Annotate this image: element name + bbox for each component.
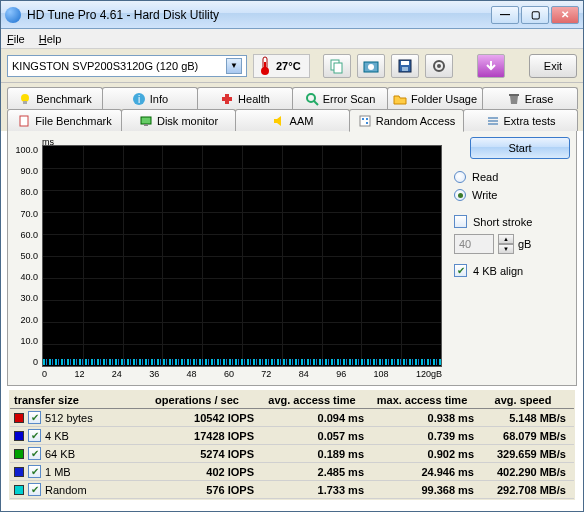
svg-rect-20 bbox=[509, 94, 519, 96]
cell-max: 99.368 ms bbox=[370, 484, 480, 496]
svg-point-27 bbox=[366, 118, 368, 120]
floppy-icon bbox=[397, 58, 413, 74]
svg-point-18 bbox=[307, 94, 315, 102]
svg-rect-22 bbox=[141, 117, 151, 124]
svg-rect-29 bbox=[488, 120, 498, 122]
exit-label: Exit bbox=[544, 60, 562, 72]
tab-file-benchmark[interactable]: File Benchmark bbox=[7, 109, 122, 131]
x-tick: 48 bbox=[187, 369, 197, 379]
toolbar: KINGSTON SVP200S3120G (120 gB) ▼ 27°C Ex… bbox=[1, 49, 583, 83]
cell-max: 0.938 ms bbox=[370, 412, 480, 424]
tab-label: Benchmark bbox=[36, 93, 92, 105]
x-tick: 60 bbox=[224, 369, 234, 379]
close-button[interactable]: ✕ bbox=[551, 6, 579, 24]
tab-label: Disk monitor bbox=[157, 115, 218, 127]
table-row: ✔4 KB17428 IOPS0.057 ms0.739 ms68.079 MB… bbox=[10, 427, 574, 445]
speaker-icon bbox=[272, 114, 286, 128]
x-tick: 108 bbox=[374, 369, 389, 379]
row-checkbox[interactable]: ✔ bbox=[28, 429, 41, 442]
y-tick: 30.0 bbox=[20, 293, 38, 303]
x-tick: 0 bbox=[42, 369, 47, 379]
minimize-button[interactable]: — bbox=[491, 6, 519, 24]
svg-point-12 bbox=[21, 94, 29, 102]
row-checkbox[interactable]: ✔ bbox=[28, 483, 41, 496]
tabs-row-1: Benchmark i Info Health Error Scan Folde… bbox=[1, 83, 583, 109]
tab-label: Error Scan bbox=[323, 93, 376, 105]
cell-size: 1 MB bbox=[45, 466, 71, 478]
drive-select[interactable]: KINGSTON SVP200S3120G (120 gB) ▼ bbox=[7, 55, 247, 77]
checkbox-icon: ✔ bbox=[454, 264, 467, 277]
row-checkbox[interactable]: ✔ bbox=[28, 447, 41, 460]
copy-info-button[interactable] bbox=[323, 54, 351, 78]
cell-avg: 1.733 ms bbox=[260, 484, 370, 496]
y-tick: 50.0 bbox=[20, 251, 38, 261]
cell-ops: 17428 IOPS bbox=[140, 430, 260, 442]
tab-folder-usage[interactable]: Folder Usage bbox=[387, 87, 483, 109]
tab-erase[interactable]: Erase bbox=[482, 87, 578, 109]
cell-ops: 5274 IOPS bbox=[140, 448, 260, 460]
window-title: HD Tune Pro 4.61 - Hard Disk Utility bbox=[27, 8, 489, 22]
start-button[interactable]: Start bbox=[470, 137, 570, 159]
radio-icon bbox=[454, 189, 466, 201]
tab-extra-tests[interactable]: Extra tests bbox=[463, 109, 578, 131]
col-header-spd: avg. speed bbox=[480, 394, 574, 406]
tab-aam[interactable]: AAM bbox=[235, 109, 350, 131]
cell-spd: 329.659 MB/s bbox=[480, 448, 574, 460]
tab-disk-monitor[interactable]: Disk monitor bbox=[121, 109, 236, 131]
settings-button[interactable] bbox=[425, 54, 453, 78]
x-tick: 12 bbox=[74, 369, 84, 379]
svg-rect-8 bbox=[401, 61, 409, 65]
cell-max: 0.739 ms bbox=[370, 430, 480, 442]
menu-file[interactable]: File bbox=[7, 33, 25, 45]
cell-spd: 5.148 MB/s bbox=[480, 412, 574, 424]
stroke-unit: gB bbox=[518, 238, 531, 250]
x-tick: 84 bbox=[299, 369, 309, 379]
save-button[interactable] bbox=[391, 54, 419, 78]
cell-ops: 402 IOPS bbox=[140, 466, 260, 478]
tab-error-scan[interactable]: Error Scan bbox=[292, 87, 388, 109]
spinner-down[interactable]: ▼ bbox=[498, 244, 514, 254]
cell-avg: 2.485 ms bbox=[260, 466, 370, 478]
tab-health[interactable]: Health bbox=[197, 87, 293, 109]
row-checkbox[interactable]: ✔ bbox=[28, 411, 41, 424]
check-short-stroke[interactable]: Short stroke bbox=[454, 215, 570, 228]
y-axis: 100.0 90.0 80.0 70.0 60.0 50.0 40.0 30.0… bbox=[14, 145, 42, 367]
tab-label: Folder Usage bbox=[411, 93, 477, 105]
chevron-down-icon[interactable]: ▼ bbox=[226, 58, 242, 74]
screenshot-button[interactable] bbox=[357, 54, 385, 78]
radio-write[interactable]: Write bbox=[454, 189, 570, 201]
check-4kb-align[interactable]: ✔ 4 KB align bbox=[454, 264, 570, 277]
svg-rect-23 bbox=[144, 124, 148, 126]
row-checkbox[interactable]: ✔ bbox=[28, 465, 41, 478]
tab-benchmark[interactable]: Benchmark bbox=[7, 87, 103, 109]
load-button[interactable] bbox=[477, 54, 505, 78]
bulb-icon bbox=[18, 92, 32, 106]
temperature-readout: 27°C bbox=[253, 54, 310, 78]
exit-button[interactable]: Exit bbox=[529, 54, 577, 78]
cell-avg: 0.057 ms bbox=[260, 430, 370, 442]
health-icon bbox=[220, 92, 234, 106]
svg-rect-28 bbox=[488, 117, 498, 119]
start-label: Start bbox=[508, 142, 531, 154]
cell-avg: 0.094 ms bbox=[260, 412, 370, 424]
monitor-icon bbox=[139, 114, 153, 128]
y-tick: 80.0 bbox=[20, 187, 38, 197]
tab-info[interactable]: i Info bbox=[102, 87, 198, 109]
cell-size: 512 bytes bbox=[45, 412, 93, 424]
stroke-value: 40 bbox=[459, 238, 471, 250]
random-icon bbox=[358, 114, 372, 128]
svg-point-26 bbox=[366, 122, 368, 124]
cell-spd: 402.290 MB/s bbox=[480, 466, 574, 478]
maximize-button[interactable]: ▢ bbox=[521, 6, 549, 24]
radio-read[interactable]: Read bbox=[454, 171, 570, 183]
tab-random-access[interactable]: Random Access bbox=[349, 109, 464, 132]
y-tick: 60.0 bbox=[20, 230, 38, 240]
x-tick: 72 bbox=[261, 369, 271, 379]
svg-rect-17 bbox=[222, 97, 232, 101]
svg-rect-4 bbox=[334, 63, 342, 73]
spinner-up[interactable]: ▲ bbox=[498, 234, 514, 244]
check-label: Short stroke bbox=[473, 216, 532, 228]
stroke-input[interactable]: 40 bbox=[454, 234, 494, 254]
menu-help[interactable]: Help bbox=[39, 33, 62, 45]
trash-icon bbox=[507, 92, 521, 106]
